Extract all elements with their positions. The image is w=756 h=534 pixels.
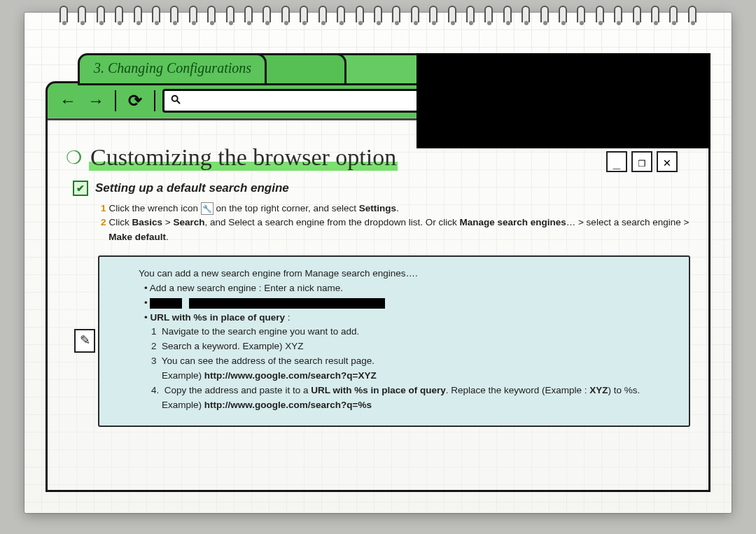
separator <box>154 90 155 111</box>
info-example-2: Example) http://www.google.com/search?q=… <box>151 398 676 413</box>
maximize-button[interactable]: ❐ <box>631 151 652 172</box>
forward-button[interactable]: → <box>84 89 108 113</box>
svg-point-0 <box>172 96 178 101</box>
notebook-page: 3. Changing Configurations ← → ⟳ _ ❐ ✕ ❍… <box>24 13 732 513</box>
info-step-4: 4. Copy the address and paste it to a UR… <box>151 384 676 398</box>
redaction-inline <box>150 298 182 309</box>
info-step-3: 3 You can see the address of the search … <box>151 354 676 369</box>
content-frame: _ ❐ ✕ ❍ Customizing the browser option ✔… <box>46 118 710 492</box>
reload-button[interactable]: ⟳ <box>123 89 147 113</box>
info-bullet-redacted <box>144 296 676 311</box>
pencil-icon: ✎ <box>74 329 95 353</box>
window-controls: _ ❐ ✕ <box>606 151 678 172</box>
info-bullet-3: URL with %s in place of query : <box>144 311 676 325</box>
wrench-icon: 🔧 <box>201 202 214 215</box>
spiral-binding <box>59 8 696 29</box>
globe-icon: ❍ <box>66 147 82 169</box>
info-example-1: Example) http://www.google.com/search?q=… <box>151 369 676 384</box>
svg-line-1 <box>177 101 180 104</box>
info-box: ✎ You can add a new search engine from M… <box>98 255 690 427</box>
section-heading: ✔ Setting up a default search engine <box>73 181 690 196</box>
steps-list: 1Click the wrench icon 🔧 on the top righ… <box>101 202 690 244</box>
check-icon: ✔ <box>73 181 88 196</box>
minimize-button[interactable]: _ <box>606 151 627 172</box>
info-step-2: 2 Search a keyword. Example) XYZ <box>151 339 676 354</box>
close-button[interactable]: ✕ <box>657 151 678 172</box>
search-icon <box>170 94 181 108</box>
step-2: 2Click Basics > Search, and Select a sea… <box>101 216 690 244</box>
tab-active[interactable]: 3. Changing Configurations <box>78 53 267 85</box>
separator <box>115 90 116 111</box>
info-bullet-1: Add a new search engine : Enter a nick n… <box>144 281 676 296</box>
redaction-block <box>416 53 710 148</box>
info-step-1: 1 Navigate to the search engine you want… <box>151 325 676 339</box>
tab-label: 3. Changing Configurations <box>94 60 251 76</box>
step-1: 1Click the wrench icon 🔧 on the top righ… <box>101 202 690 216</box>
info-intro: You can add a new search engine from Man… <box>139 267 676 281</box>
redaction-inline <box>189 298 385 309</box>
back-button[interactable]: ← <box>56 89 80 113</box>
